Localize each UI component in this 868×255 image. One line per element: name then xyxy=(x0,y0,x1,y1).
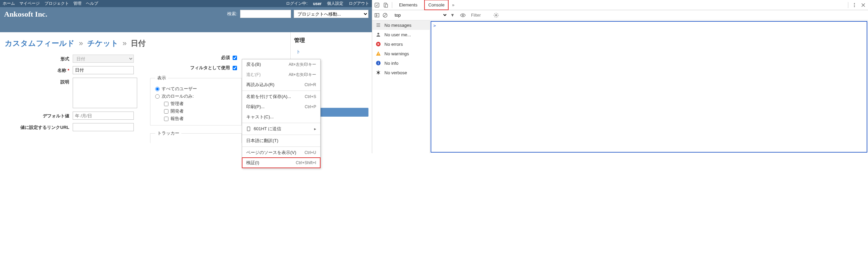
svg-point-5 xyxy=(854,3,855,4)
tracker-legend: トラッカー xyxy=(155,130,181,136)
nav-help[interactable]: ヘルプ xyxy=(86,1,98,6)
login-as-label: ログイン中: xyxy=(286,1,307,6)
cm-send[interactable]: 601HT に送信 ▸ xyxy=(242,124,320,134)
svg-point-6 xyxy=(854,4,855,5)
cm-print[interactable]: 印刷(P)...Ctrl+P xyxy=(242,102,320,112)
nav-home[interactable]: ホーム xyxy=(3,1,15,6)
warning-icon xyxy=(376,51,381,56)
required-checkbox[interactable] xyxy=(233,56,237,60)
nav-logout[interactable]: ログアウト xyxy=(349,1,369,6)
role-admin-check[interactable] xyxy=(164,102,168,106)
dt-clear-icon[interactable] xyxy=(382,13,388,18)
svg-line-13 xyxy=(384,14,386,17)
svg-point-31 xyxy=(378,71,379,71)
svg-point-14 xyxy=(462,15,464,16)
search-label: 検索: xyxy=(227,11,237,17)
role-dev-label: 開発者 xyxy=(170,108,184,114)
nav-user[interactable]: user xyxy=(313,1,322,6)
search-input[interactable] xyxy=(240,10,291,18)
name-label: 名称 * xyxy=(5,66,73,74)
dt-filter-messages[interactable]: No messages xyxy=(372,20,430,30)
svg-point-26 xyxy=(377,72,380,74)
dt-filter-user[interactable]: No user me... xyxy=(372,30,430,39)
filter-checkbox[interactable] xyxy=(233,66,237,70)
vis-roles-radio[interactable] xyxy=(155,94,160,99)
breadcrumb-b[interactable]: チケット xyxy=(87,39,119,47)
nav-prefs[interactable]: 個人設定 xyxy=(327,1,343,6)
vis-roles-label: 次のロールのみ: xyxy=(162,93,194,99)
user-icon xyxy=(376,32,381,37)
cm-saveas[interactable]: 名前を付けて保存(A)...Ctrl+S xyxy=(242,92,320,102)
url-input[interactable] xyxy=(73,123,134,131)
svg-point-27 xyxy=(377,71,377,72)
error-icon xyxy=(376,41,381,47)
display-legend: 表示 xyxy=(155,75,168,81)
format-select[interactable]: 日付 xyxy=(73,55,134,63)
dt-context-select[interactable]: top xyxy=(393,12,448,18)
cm-source[interactable]: ページのソースを表示(V)Ctrl+U xyxy=(242,148,320,153)
dt-settings-icon[interactable] xyxy=(493,13,499,18)
cm-forward: 進む(F)Alt+右矢印キー xyxy=(242,70,320,80)
device-toggle-icon[interactable] xyxy=(383,2,388,8)
nav-projects[interactable]: プロジェクト xyxy=(44,1,69,6)
svg-rect-4 xyxy=(385,4,388,7)
breadcrumb: カスタムフィールド » チケット » 日付 xyxy=(5,38,286,48)
url-label: 値に設定するリンクURL xyxy=(5,123,73,131)
dt-console-panel[interactable]: > xyxy=(431,21,867,153)
desc-label: 説明 xyxy=(5,78,73,85)
default-label: デフォルト値 xyxy=(5,112,73,119)
dt-filter-input[interactable] xyxy=(471,13,488,18)
dt-filter-info[interactable]: No info xyxy=(372,58,430,68)
format-label: 形式 xyxy=(5,55,73,62)
name-input[interactable] xyxy=(73,66,134,74)
dt-prompt: > xyxy=(433,23,436,28)
vis-all-radio[interactable] xyxy=(155,87,160,91)
svg-point-32 xyxy=(378,74,379,75)
inspect-element-icon[interactable] xyxy=(374,2,380,8)
dt-tab-elements[interactable]: Elements xyxy=(396,0,421,9)
svg-point-29 xyxy=(377,73,377,74)
svg-point-22 xyxy=(378,55,379,55)
vis-all-label: すべてのユーザー xyxy=(162,86,197,92)
role-admin-label: 管理者 xyxy=(170,101,184,107)
breadcrumb-a[interactable]: カスタムフィールド xyxy=(5,39,75,47)
dt-kebab-icon[interactable] xyxy=(852,2,857,8)
svg-point-19 xyxy=(377,33,379,35)
role-reporter-check[interactable] xyxy=(164,117,168,121)
cm-back[interactable]: 戻る(B)Alt+左矢印キー xyxy=(242,59,320,70)
context-menu: 戻る(B)Alt+左矢印キー 進む(F)Alt+右矢印キー 再読み込み(R)Ct… xyxy=(242,59,321,153)
cm-cast[interactable]: キャスト(C)... xyxy=(242,112,320,122)
cm-reload[interactable]: 再読み込み(R)Ctrl+R xyxy=(242,80,320,90)
svg-rect-2 xyxy=(375,3,379,7)
sidebar-item-0[interactable]: ト xyxy=(294,47,368,56)
info-icon xyxy=(376,60,381,66)
default-date-input[interactable]: 年 /月/日 xyxy=(73,112,134,120)
sidebar-title: 管理 xyxy=(294,37,368,44)
role-reporter-label: 報告者 xyxy=(170,116,184,122)
role-dev-check[interactable] xyxy=(164,109,168,114)
svg-point-25 xyxy=(378,62,379,62)
breadcrumb-c: 日付 xyxy=(131,39,146,47)
svg-point-28 xyxy=(379,71,380,72)
svg-rect-0 xyxy=(247,127,250,131)
device-icon xyxy=(246,126,251,131)
svg-point-7 xyxy=(854,6,855,7)
dt-eye-icon[interactable] xyxy=(460,13,466,18)
project-jump-select[interactable]: プロジェクトへ移動... xyxy=(294,10,368,18)
nav-mypage[interactable]: マイページ xyxy=(19,1,40,6)
verbose-icon xyxy=(376,70,381,75)
filter-label: フィルタとして使用 xyxy=(190,65,230,71)
dt-more-tabs[interactable]: » xyxy=(452,2,454,7)
dt-tab-console[interactable]: Console xyxy=(424,0,449,10)
dt-filter-verbose[interactable]: No verbose xyxy=(372,68,430,77)
dt-close-icon[interactable] xyxy=(861,2,866,8)
desc-textarea[interactable] xyxy=(73,78,137,108)
dt-filter-errors[interactable]: No errors xyxy=(372,39,430,49)
list-icon xyxy=(376,22,381,28)
cm-translate[interactable]: 日本語に翻訳(T) xyxy=(242,136,320,146)
dt-filter-warnings[interactable]: No warnings xyxy=(372,49,430,58)
svg-point-15 xyxy=(495,15,497,16)
dt-sidebar-toggle-icon[interactable] xyxy=(374,13,380,18)
nav-admin[interactable]: 管理 xyxy=(73,1,82,6)
required-label: 必須 xyxy=(221,55,230,61)
